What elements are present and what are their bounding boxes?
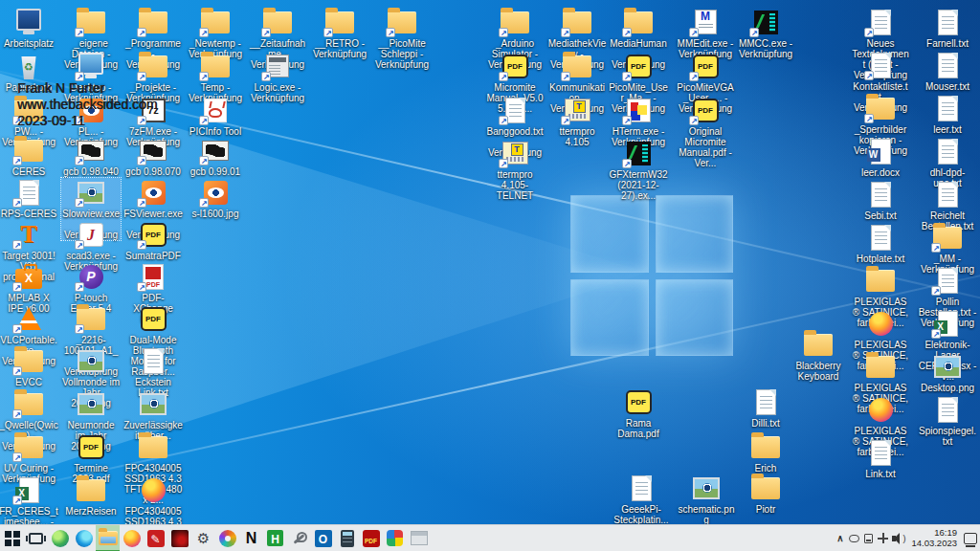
desktop-icon-gcb-0-98-040[interactable]: gcb 0.98.040 — [61, 136, 121, 177]
shortcut-arrow-icon — [12, 198, 22, 208]
folder-icon — [751, 477, 780, 499]
desktop-icon-sumatrapdf[interactable]: SumatraPDF — [123, 220, 183, 261]
notepad-plus-plus-icon — [246, 530, 257, 547]
icon-label: Link.txt — [851, 469, 910, 479]
desktop-icon-rps-ceres[interactable]: RPS-CERES — [0, 178, 58, 219]
desktop-icon-arbeitsplatz[interactable]: Arbeitsplatz — [0, 8, 58, 49]
desktop-icon-fpc4304005-ssd1963-4-3-tft-lcd-480-x-2[interactable]: FPC4304005 SSD1963 4.3 TFT LCD 480 x 2..… — [123, 475, 183, 524]
desktop-icon-dilli-txt[interactable]: Dilli.txt — [736, 387, 795, 429]
desktop-icon-erich[interactable]: Erich — [736, 432, 795, 474]
taskbar-buttons — [0, 525, 431, 551]
desktop-icon-hotplate-txt[interactable]: Hotplate.txt — [851, 223, 910, 264]
tray-hidden-icons-chevron-button[interactable]: ∧ — [833, 525, 847, 551]
desktop-icon-fr-ceres-timeshee-verkn-pfung[interactable]: FR_CERES_timeshee... - Verknüpfung — [0, 475, 58, 524]
volume-button[interactable]: ) — [891, 525, 905, 551]
shortcut-arrow-icon — [499, 72, 508, 81]
icon-label: s-l1600.jpg — [186, 209, 245, 219]
desktop-icon-spionspiegel-txt[interactable]: Spionspiegel.txt — [918, 395, 977, 447]
desktop-icon-leer-docx[interactable]: leer.docx — [851, 137, 910, 178]
desktop-icon-papierkorb[interactable]: Papierkorb — [0, 52, 58, 93]
desktop-icon-logic-exe-verkn-pfung[interactable]: Logic.exe - Verknüpfung — [248, 52, 307, 103]
desktop-icon-gcb-0-99-01[interactable]: gcb 0.99.01 — [186, 136, 245, 177]
taskbar-globe-browser-button[interactable] — [48, 525, 72, 551]
icon-label: RPS-CERES — [0, 209, 58, 219]
icon-label: MMCC.exe - Verknüpfung — [736, 38, 795, 59]
desktop-icon-mouser-txt[interactable]: Mouser.txt — [918, 51, 977, 92]
doc-icon — [144, 348, 164, 374]
tray-onedrive-button[interactable] — [847, 525, 861, 551]
firefox-icon — [869, 312, 893, 336]
task-view-icon — [29, 533, 43, 544]
desktop-icon-picomite-schleppi-verkn-pfung[interactable]: __PicoMite Schleppi - Verknüpfung — [372, 8, 432, 70]
desktop-icon-schematic-png[interactable]: schematic.png — [677, 474, 736, 524]
taskbar-dark-red-app-button[interactable] — [167, 525, 191, 551]
desktop-icon-evcc[interactable]: EVCC — [0, 346, 58, 387]
desktop-icon-picinfo-tool[interactable]: PICInfo Tool — [186, 96, 245, 137]
desktop-icon-original-micromite-manual-pdf-ver[interactable]: Original Micromite Manual.pdf - Ver... — [676, 96, 735, 168]
color-grid-app-icon — [387, 530, 403, 546]
shortcut-arrow-icon — [622, 72, 632, 81]
shortcut-arrow-icon — [931, 243, 941, 253]
taskbar-notepad-plus-plus-button[interactable] — [239, 525, 263, 551]
icon-label: __PicoMite Schleppi - Verknüpfung — [372, 38, 432, 70]
taskbar-grey-tool-button[interactable] — [287, 525, 311, 551]
shortcut-arrow-icon — [12, 156, 22, 165]
icon-label: Papierkorb — [0, 82, 58, 93]
action-center-button[interactable] — [963, 525, 977, 551]
icon-label: __RETRO - Verknüpfung — [310, 38, 369, 59]
taskbar-firefox-button[interactable] — [120, 525, 144, 551]
shortcut-arrow-icon — [199, 156, 209, 165]
shortcut-arrow-icon — [749, 28, 759, 37]
desktop-icon-gfxtermw32-2021-12-27-ex[interactable]: GFXtermW32 (2021-12-27).ex... — [609, 139, 668, 201]
taskbar-calculator-button[interactable] — [335, 525, 359, 551]
shortcut-arrow-icon — [622, 28, 632, 37]
desktop-icon-gcb-0-98-070[interactable]: gcb 0.98.070 — [123, 136, 183, 177]
icon-label: Rama Dama.pdf — [609, 418, 668, 439]
desktop-icon-ttermpro-4-105-telnet[interactable]: ttermpro 4.105-TELNET — [485, 139, 545, 201]
taskbar-color-grid-app-button[interactable] — [383, 525, 407, 551]
desktop-icon-farnell-txt[interactable]: Farnell.txt — [918, 8, 977, 49]
desktop-icon-geeekpi-steckplatin[interactable]: GeeekPi-Steckplatin... — [612, 474, 671, 524]
taskbar-gear-app-button[interactable] — [191, 525, 215, 551]
shortcut-arrow-icon — [75, 240, 84, 250]
taskbar-task-view-button[interactable] — [24, 525, 48, 551]
desktop-icon-blackberry-keyboard[interactable]: Blackberry Keyboard — [789, 330, 848, 382]
taskbar-start-button[interactable] — [0, 525, 24, 551]
desktop-icon-mmcc-exe-verkn-pfung[interactable]: MMCC.exe - Verknüpfung — [736, 8, 795, 59]
doc-icon — [938, 10, 958, 35]
desktop-icon-link-txt[interactable]: Link.txt — [851, 438, 910, 479]
desktop-icon-ceres[interactable]: CERES — [0, 136, 58, 177]
desktop-icon-ttermpro-4-105[interactable]: ttermpro 4.105 — [547, 96, 607, 147]
shortcut-arrow-icon — [199, 28, 209, 37]
hterm-green-icon — [267, 530, 283, 546]
taskbar-pdf-xchange-button[interactable] — [144, 525, 167, 551]
tray-safely-remove-button[interactable] — [876, 525, 890, 551]
taskbar-outlook-button[interactable] — [311, 525, 335, 551]
shortcut-arrow-icon — [199, 116, 209, 125]
desktop-icon-rama-dama-pdf[interactable]: Rama Dama.pdf — [609, 387, 668, 439]
tray-device-button[interactable] — [861, 525, 876, 551]
taskbar-edge-browser-button[interactable] — [72, 525, 96, 551]
desktop-icon-retro-verkn-pfung[interactable]: __RETRO - Verknüpfung — [310, 8, 369, 59]
taskbar-paint-palette-button[interactable] — [215, 525, 239, 551]
taskbar-file-explorer-button[interactable] — [96, 525, 120, 551]
doc-icon — [938, 96, 958, 121]
pc-icon — [14, 9, 43, 35]
tray-icons: ∧ — [833, 525, 890, 551]
paint-palette-icon — [219, 530, 236, 547]
desktop-icon-leer-txt[interactable]: leer.txt — [918, 94, 977, 135]
taskbar-clock[interactable]: 16:19 14.03.2023 — [911, 528, 957, 548]
taskbar-hterm-green-button[interactable] — [263, 525, 287, 551]
desktop-icon-piotr[interactable]: Piotr — [736, 474, 795, 515]
icon-label: Mouser.txt — [918, 81, 977, 92]
desktop-icon-sebi-txt[interactable]: Sebi.txt — [851, 180, 910, 221]
desktop-icon-merzreisen[interactable]: MerzReisen — [61, 475, 121, 517]
taskbar-pdf-reader-button[interactable] — [359, 525, 383, 551]
icon-label: ttermpro 4.105-TELNET — [485, 169, 545, 201]
wallpaper[interactable]: Frank N Furter www.thebacksided.com 2023… — [0, 0, 980, 524]
desktop-icon-desktop-png[interactable]: Desktop.png — [918, 352, 977, 393]
taskbar-remote-window-app-button[interactable] — [407, 525, 431, 551]
icon-label: MerzReisen — [61, 506, 121, 517]
shortcut-arrow-icon — [12, 409, 22, 419]
desktop-icon-s-l1600-jpg[interactable]: s-l1600.jpg — [186, 178, 245, 219]
